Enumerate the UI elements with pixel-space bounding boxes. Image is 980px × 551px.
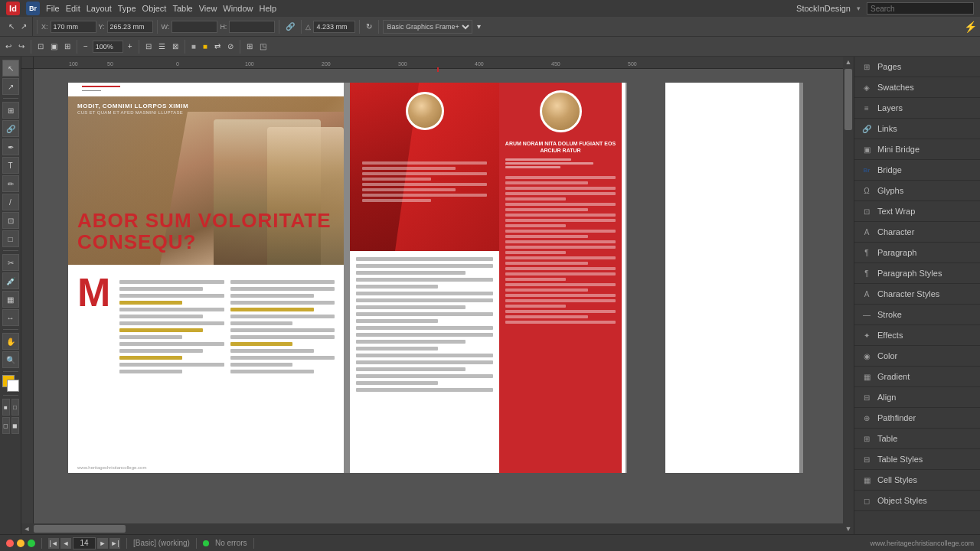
menu-table[interactable]: Table — [172, 4, 192, 13]
normal-view-btn[interactable]: ◻ — [2, 417, 10, 434]
stroke-swatch[interactable] — [7, 380, 19, 392]
rotate-btn[interactable]: ↻ — [364, 21, 374, 31]
panel-item-object-styles[interactable]: ◻ Object Styles — [854, 491, 980, 511]
panel-item-text-wrap[interactable]: ⊡ Text Wrap — [854, 201, 980, 222]
panel-item-effects[interactable]: ✦ Effects — [854, 325, 980, 346]
zoom-out-btn[interactable]: − — [81, 41, 90, 51]
lightning-btn[interactable]: ⚡ — [964, 21, 977, 33]
screen-mode-btn[interactable]: ▣ — [48, 41, 60, 51]
color-swatches[interactable] — [2, 375, 19, 392]
align-center-btn[interactable]: ☰ — [156, 41, 168, 51]
panel-item-pathfinder[interactable]: ⊕ Pathfinder — [854, 408, 980, 429]
panel-item-pages[interactable]: ⊞ Pages — [854, 57, 980, 77]
view-options-btn[interactable]: ⊞ — [244, 41, 255, 51]
prev-page-btn[interactable]: ◄ — [60, 538, 71, 549]
scroll-thumb-v[interactable] — [844, 69, 852, 130]
first-page-btn[interactable]: |◄ — [48, 538, 59, 549]
next-page-btn[interactable]: ► — [97, 538, 108, 549]
minimize-btn[interactable] — [17, 540, 24, 547]
dropdown-arrow[interactable]: ▾ — [857, 5, 861, 12]
scroll-left-btn[interactable]: ◄ — [21, 523, 32, 534]
panel-item-paragraph[interactable]: ¶ Paragraph — [854, 243, 980, 263]
panel-item-cell-styles[interactable]: ▦ Cell Styles — [854, 470, 980, 491]
transform-tool[interactable]: ↔ — [2, 309, 19, 326]
zoom-tool[interactable]: 🔍 — [2, 351, 19, 368]
pen-tool[interactable]: ✒ — [2, 139, 19, 155]
gradient-tool[interactable]: ▦ — [2, 291, 19, 308]
none-btn[interactable]: ⊘ — [225, 41, 236, 51]
coord-field[interactable] — [313, 21, 355, 33]
panel-item-gradient[interactable]: ▦ Gradient — [854, 367, 980, 387]
scissors-tool[interactable]: ✂ — [2, 254, 19, 271]
normal-mode-btn[interactable]: ■ — [2, 399, 10, 416]
frame-btn[interactable]: ⊞ — [62, 41, 73, 51]
panel-item-links[interactable]: 🔗 Links — [854, 119, 980, 139]
arrange-btn[interactable]: ◳ — [257, 41, 269, 51]
w-field[interactable] — [172, 21, 217, 33]
pencil-tool[interactable]: ✏ — [2, 175, 19, 192]
scroll-thumb-h[interactable] — [34, 525, 126, 533]
panel-item-paragraph-styles[interactable]: ¶ Paragraph Styles — [854, 263, 980, 284]
panel-item-bridge[interactable]: Br Bridge — [854, 160, 980, 181]
line-tool[interactable]: / — [2, 194, 19, 210]
y-field[interactable] — [107, 21, 153, 33]
stroke-btn[interactable]: ■ — [189, 41, 198, 51]
frame-mode-btn[interactable]: □ — [11, 399, 19, 416]
direct-select-btn[interactable]: ↗ — [18, 21, 29, 31]
panel-item-character-styles[interactable]: A Character Styles — [854, 284, 980, 305]
zoom-field[interactable] — [93, 41, 123, 53]
menu-help[interactable]: Help — [259, 4, 276, 13]
panel-item-character[interactable]: A Character — [854, 222, 980, 243]
panel-item-color[interactable]: ◉ Color — [854, 346, 980, 367]
close-btn[interactable] — [6, 540, 14, 547]
rectangle-frame-tool[interactable]: ⊡ — [2, 212, 19, 229]
panel-item-layers[interactable]: ≡ Layers — [854, 98, 980, 119]
scroll-down-btn[interactable]: ▼ — [843, 523, 854, 534]
menu-view[interactable]: View — [199, 4, 217, 13]
swap-btn[interactable]: ⇄ — [212, 41, 223, 51]
place-tool[interactable]: ⊞ — [2, 102, 19, 119]
menu-layout[interactable]: Layout — [87, 4, 112, 13]
hand-tool[interactable]: ✋ — [2, 333, 19, 350]
preview-btn[interactable]: ◼ — [11, 417, 19, 434]
constrain-btn[interactable]: 🔗 — [283, 21, 297, 31]
redo-btn[interactable]: ↪ — [16, 41, 27, 51]
view-mode-btn[interactable]: ⊡ — [35, 41, 46, 51]
zoom-in-btn[interactable]: + — [126, 41, 135, 51]
frame-options-btn[interactable]: ▾ — [475, 21, 483, 31]
panel-item-swatches[interactable]: ◈ Swatches — [854, 77, 980, 98]
selection-tool[interactable]: ↖ — [2, 60, 19, 77]
rectangle-tool[interactable]: □ — [2, 230, 19, 247]
horizontal-scrollbar[interactable]: ◄ ► — [21, 523, 843, 534]
panel-item-align[interactable]: ⊟ Align — [854, 387, 980, 408]
link-tool[interactable]: 🔗 — [2, 120, 19, 137]
vertical-scrollbar[interactable]: ▲ ▼ — [843, 57, 854, 534]
menu-file[interactable]: File — [46, 4, 60, 13]
align-right-btn[interactable]: ⊠ — [170, 41, 181, 51]
align-left-btn[interactable]: ⊟ — [143, 41, 154, 51]
last-page-btn[interactable]: ►| — [109, 538, 120, 549]
frame-type-select[interactable]: Basic Graphics Frame+ — [383, 20, 472, 34]
menu-edit[interactable]: Edit — [66, 4, 80, 13]
fill-btn[interactable]: ■ — [201, 41, 210, 51]
scroll-up-btn[interactable]: ▲ — [843, 57, 854, 67]
select-tool-btn[interactable]: ↖ — [6, 21, 17, 31]
x-field[interactable] — [51, 21, 96, 33]
eyedropper-tool[interactable]: 💉 — [2, 272, 19, 289]
panel-item-table-styles[interactable]: ⊟ Table Styles — [854, 449, 980, 470]
menu-type[interactable]: Type — [118, 4, 136, 13]
direct-selection-tool[interactable]: ↗ — [2, 78, 19, 95]
page-number-input[interactable] — [73, 537, 96, 549]
canvas-viewport[interactable]: MODIT, COMNIMI LLORPOS XIMIM CUS ET QUAM… — [34, 69, 843, 523]
undo-btn[interactable]: ↩ — [3, 41, 14, 51]
panel-item-table[interactable]: ⊞ Table — [854, 429, 980, 449]
menu-window[interactable]: Window — [223, 4, 253, 13]
app-br-icon[interactable]: Br — [26, 2, 40, 15]
panel-item-mini-bridge[interactable]: ▣ Mini Bridge — [854, 139, 980, 160]
h-field[interactable] — [229, 21, 275, 33]
maximize-btn[interactable] — [28, 540, 35, 547]
search-input[interactable] — [867, 2, 974, 15]
panel-item-stroke[interactable]: — Stroke — [854, 305, 980, 325]
panel-item-glyphs[interactable]: Ω Glyphs — [854, 181, 980, 201]
menu-object[interactable]: Object — [142, 4, 167, 13]
